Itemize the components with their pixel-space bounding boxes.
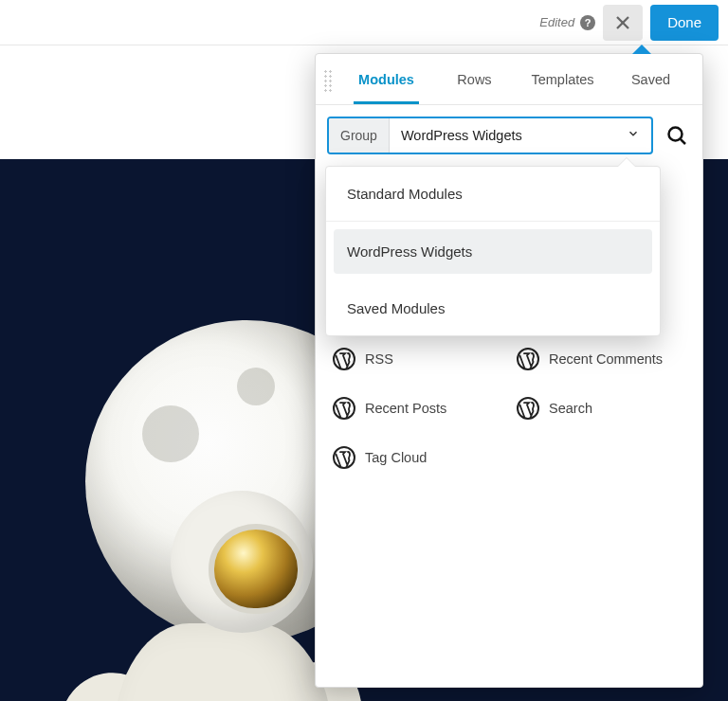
tab-saved[interactable]: Saved — [607, 56, 695, 103]
group-prefix-label: Group — [329, 118, 390, 153]
panel-tabs: Modules Rows Templates Saved — [316, 54, 702, 105]
option-label: Saved Modules — [347, 300, 445, 316]
wordpress-icon — [517, 397, 539, 420]
search-icon — [665, 124, 688, 147]
group-dropdown: Standard Modules WordPress Widgets Saved… — [325, 166, 661, 336]
widget-label: Tag Cloud — [365, 450, 427, 465]
option-label: Standard Modules — [347, 186, 463, 202]
widget-recent-comments[interactable]: Recent Comments — [517, 348, 685, 370]
tab-label: Templates — [531, 72, 593, 87]
tab-label: Saved — [631, 72, 670, 87]
widget-grid: RSS Recent Comments Recent Posts Search … — [333, 348, 685, 469]
widget-tag-cloud[interactable]: Tag Cloud — [333, 446, 501, 469]
search-button[interactable] — [663, 121, 691, 150]
widget-label: Recent Comments — [549, 351, 663, 367]
tab-label: Rows — [457, 72, 491, 87]
widget-label: Search — [549, 401, 592, 416]
group-select[interactable]: Group WordPress Widgets — [327, 117, 653, 154]
tab-templates[interactable]: Templates — [519, 56, 607, 103]
option-label: WordPress Widgets — [347, 243, 472, 260]
widget-recent-posts[interactable]: Recent Posts — [333, 397, 501, 420]
edited-label: Edited — [539, 15, 574, 29]
drag-handle-icon[interactable] — [323, 69, 333, 92]
done-button[interactable]: Done — [650, 5, 719, 41]
done-label: Done — [667, 14, 701, 30]
close-icon — [614, 14, 631, 31]
widget-search[interactable]: Search — [517, 397, 685, 420]
wordpress-icon — [333, 348, 355, 370]
dropdown-option-saved-modules[interactable]: Saved Modules — [326, 281, 660, 335]
content-panel: Modules Rows Templates Saved Group WordP… — [315, 53, 703, 688]
widget-label: RSS — [365, 351, 393, 367]
filter-row: Group WordPress Widgets — [316, 105, 702, 166]
dropdown-option-wordpress-widgets[interactable]: WordPress Widgets — [334, 229, 652, 274]
svg-line-3 — [681, 139, 685, 144]
dropdown-option-standard-modules[interactable]: Standard Modules — [326, 167, 660, 222]
help-icon[interactable]: ? — [580, 15, 595, 30]
tab-label: Modules — [358, 72, 414, 87]
astronaut-graphic — [28, 472, 341, 701]
widget-label: Recent Posts — [365, 401, 446, 416]
wordpress-icon — [333, 397, 355, 420]
tab-modules[interactable]: Modules — [342, 56, 430, 103]
wordpress-icon — [333, 446, 355, 469]
top-toolbar: Edited ? Done — [0, 0, 728, 45]
edited-status: Edited ? — [539, 15, 595, 30]
tab-rows[interactable]: Rows — [430, 56, 519, 103]
svg-point-2 — [669, 128, 682, 141]
group-selected-value: WordPress Widgets — [390, 128, 615, 143]
close-button[interactable] — [603, 5, 643, 41]
wordpress-icon — [517, 348, 539, 370]
widget-rss[interactable]: RSS — [333, 348, 501, 370]
chevron-down-icon — [615, 127, 651, 144]
